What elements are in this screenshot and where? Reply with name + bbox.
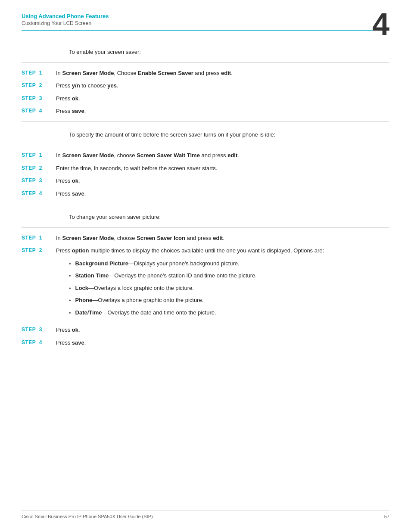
bullet-dot: •	[69, 296, 71, 305]
step-content-2-2: Enter the time, in seconds, to wait befo…	[56, 164, 389, 173]
step-row-2-3: STEP 3 Press ok.	[22, 177, 389, 185]
step-label-2-2: STEP 2	[22, 164, 56, 172]
chapter-number: 4	[372, 9, 389, 40]
list-item: • Station Time—Overlays the phone's stat…	[69, 271, 389, 280]
step-content-3-1: In Screen Saver Mode, choose Screen Save…	[56, 234, 389, 243]
step-row-3-2: STEP 2 Press option multiple times to di…	[22, 246, 389, 321]
step-row-2-1: STEP 1 In Screen Saver Mode, choose Scre…	[22, 151, 389, 160]
step-content-1-3: Press ok.	[56, 94, 389, 103]
divider-3b	[22, 353, 389, 353]
step-content-1-2: Press y/n to choose yes.	[56, 81, 389, 90]
chapter-subtitle: Customizing Your LCD Screen	[22, 20, 389, 26]
step-row-2-2: STEP 2 Enter the time, in seconds, to wa…	[22, 164, 389, 173]
step-label-3-4: STEP 4	[22, 339, 56, 346]
step-section-3: To change your screen saver picture: STE…	[22, 213, 389, 353]
step-label-2-1: STEP 1	[22, 151, 56, 159]
step-content-2-3: Press ok.	[56, 177, 389, 185]
bullet-list-3: • Background Picture—Displays your phone…	[69, 259, 389, 317]
step-label-1-2: STEP 2	[22, 81, 56, 89]
step-section-1: To enable your screen saver: STEP 1 In S…	[22, 48, 389, 122]
step-label-1-4: STEP 4	[22, 107, 56, 115]
divider-3a	[22, 227, 389, 228]
content-area: To enable your screen saver: STEP 1 In S…	[0, 31, 411, 353]
bullet-dot: •	[69, 260, 71, 268]
divider-1a	[22, 62, 389, 63]
page-footer: Cisco Small Business Pro IP Phone SPA50X…	[22, 510, 389, 519]
divider-2a	[22, 145, 389, 145]
step-content-3-3: Press ok.	[56, 326, 389, 334]
list-item: • Lock—Overlays a lock graphic onto the …	[69, 284, 389, 293]
step-label-3-3: STEP 3	[22, 326, 56, 333]
page-header: Using Advanced Phone Features Customizin…	[0, 0, 411, 26]
step-label-2-3: STEP 3	[22, 177, 56, 184]
step-content-1-1: In Screen Saver Mode, Choose Enable Scre…	[56, 69, 389, 78]
bullet-text-1: Background Picture—Displays your phone's…	[75, 259, 240, 268]
list-item: • Phone—Overlays a phone graphic onto th…	[69, 296, 389, 305]
bullet-dot: •	[69, 272, 71, 280]
step-row-2-4: STEP 4 Press save.	[22, 190, 389, 198]
step-content-2-4: Press save.	[56, 190, 389, 198]
footer-page-number: 57	[384, 514, 389, 519]
bullet-text-2: Station Time—Overlays the phone's statio…	[75, 271, 257, 280]
list-item: • Background Picture—Displays your phone…	[69, 259, 389, 268]
intro-text-2: To specify the amount of time before the…	[69, 131, 389, 139]
step-row-1-2: STEP 2 Press y/n to choose yes.	[22, 81, 389, 90]
step-label-1-1: STEP 1	[22, 69, 56, 77]
intro-text-3: To change your screen saver picture:	[69, 213, 389, 221]
step-content-1-4: Press save.	[56, 107, 389, 115]
divider-1b	[22, 121, 389, 122]
bullet-dot: •	[69, 309, 71, 317]
bullet-text-3: Lock—Overlays a lock graphic onto the pi…	[75, 284, 194, 292]
bullet-text-5: Date/Time—Overlays the date and time ont…	[75, 308, 216, 317]
step-row-3-1: STEP 1 In Screen Saver Mode, choose Scre…	[22, 234, 389, 243]
step-content-3-2: Press option multiple times to display t…	[56, 246, 389, 321]
intro-text-1: To enable your screen saver:	[69, 48, 389, 56]
step-row-1-1: STEP 1 In Screen Saver Mode, Choose Enab…	[22, 69, 389, 78]
step-label-2-4: STEP 4	[22, 190, 56, 197]
bullet-dot: •	[69, 284, 71, 293]
step-label-3-2: STEP 2	[22, 246, 56, 254]
page-container: Using Advanced Phone Features Customizin…	[0, 0, 411, 532]
chapter-title: Using Advanced Phone Features	[22, 13, 389, 19]
list-item: • Date/Time—Overlays the date and time o…	[69, 308, 389, 317]
step-row-3-3: STEP 3 Press ok.	[22, 326, 389, 334]
bullet-text-4: Phone—Overlays a phone graphic onto the …	[75, 296, 204, 305]
divider-2b	[22, 204, 389, 204]
step-label-3-1: STEP 1	[22, 234, 56, 242]
step-row-3-4: STEP 4 Press save.	[22, 339, 389, 347]
step-row-1-4: STEP 4 Press save.	[22, 107, 389, 115]
step-section-2: To specify the amount of time before the…	[22, 131, 389, 205]
step-row-1-3: STEP 3 Press ok.	[22, 94, 389, 103]
footer-left-text: Cisco Small Business Pro IP Phone SPA50X…	[22, 514, 153, 519]
step-content-3-4: Press save.	[56, 339, 389, 347]
step-content-2-1: In Screen Saver Mode, choose Screen Save…	[56, 151, 389, 160]
step-label-1-3: STEP 3	[22, 94, 56, 102]
